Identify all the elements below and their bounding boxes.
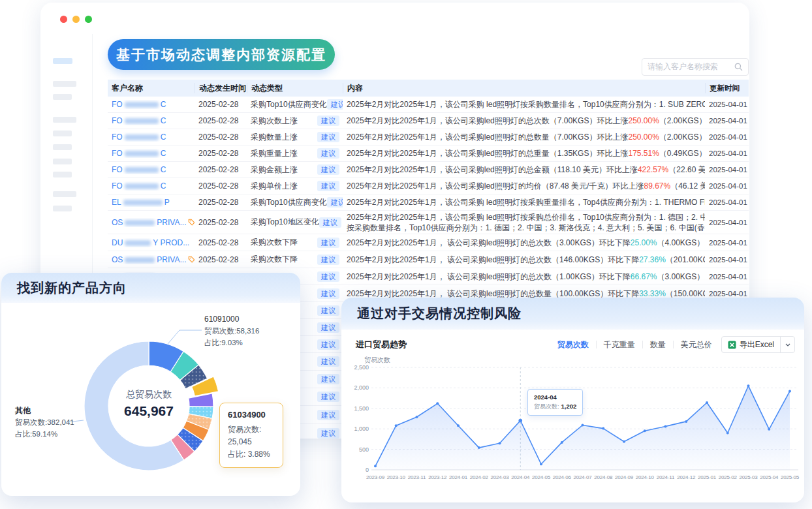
table-row[interactable]: ELP2025-02-28采购Top10供应商变化建议2025年2月对比2025… [108, 194, 749, 211]
sidebar-placeholder-item[interactable] [53, 144, 72, 150]
data-point[interactable] [561, 441, 563, 444]
suggest-badge: 建议 [327, 197, 343, 208]
search-input[interactable]: 请输入客户名称搜索 [642, 58, 749, 76]
data-point[interactable] [726, 431, 729, 434]
zoom-window-button[interactable] [85, 16, 92, 23]
sidebar-placeholder-item[interactable] [53, 81, 76, 87]
suggest-badge: 建议 [317, 148, 339, 159]
suggest-badge: 建议 [317, 322, 339, 333]
update-date: 2025-04-01 [705, 117, 749, 125]
data-point[interactable] [499, 442, 501, 444]
event-date: 2025-02-28 [195, 255, 247, 264]
event-date: 2025-02-28 [195, 238, 247, 247]
x-tick-label: 2024-04 [511, 474, 530, 480]
table-row[interactable]: FOC2025-02-28采购数量上涨建议2025年2月对比2025年1月，该公… [108, 129, 749, 146]
data-point[interactable] [747, 384, 750, 387]
data-point[interactable] [395, 424, 398, 427]
x-tick-label: 2024-01 [449, 474, 468, 480]
y-tick-label: 0 [366, 467, 369, 473]
blurred-name-mask [125, 220, 155, 226]
customer-name-link[interactable]: DUY PROD... [112, 238, 189, 247]
dynamic-content: 2025年2月对比2025年1月，该公司采购 led照明灯按采购数量排名，Top… [343, 99, 705, 110]
table-row[interactable]: FOC2025-02-28采购Top10供应商变化建议2025年2月对比2025… [108, 97, 749, 113]
donut-callout-other: 其他 贸易次数:382,041 占比:59.14% [15, 405, 74, 440]
dynamic-content: 2025年2月对比2025年1月，该公司采购led照明灯的总次数（7.00KGS… [343, 116, 705, 126]
chart-tooltip: 2024-04 贸易次数:1,202 [527, 389, 583, 416]
dynamic-type: 采购次数上涨 [251, 116, 298, 127]
data-point[interactable] [540, 463, 542, 465]
close-window-button[interactable] [60, 16, 67, 23]
data-point[interactable] [518, 419, 522, 423]
data-point[interactable] [644, 429, 646, 432]
data-point[interactable] [457, 424, 460, 427]
suggest-badge: 建议 [317, 116, 339, 126]
sidebar-placeholder-item[interactable] [53, 117, 76, 123]
data-point[interactable] [664, 425, 667, 427]
x-tick-label: 2025-01 [698, 474, 717, 480]
data-point[interactable] [602, 427, 604, 430]
table-row[interactable]: FOC2025-02-28采购重量上涨建议2025年2月对比2025年1月，该公… [108, 146, 749, 162]
column-header: 内容 [343, 83, 705, 93]
suggest-badge: 建议 [317, 132, 339, 142]
customer-name-link[interactable]: FOC [112, 116, 166, 125]
table-row[interactable]: FOC2025-02-28采购单价上涨建议2025年2月对比2025年1月，该公… [108, 178, 749, 194]
customer-name-link[interactable]: FOC [112, 100, 166, 109]
data-point[interactable] [436, 402, 439, 405]
data-point[interactable] [416, 416, 418, 418]
blurred-name-mask [125, 167, 159, 173]
dynamic-content: 2025年2月对比2025年1月，该公司采购led照明灯的总金额（118.10 … [343, 164, 705, 175]
customer-name-link[interactable]: FOC [112, 181, 166, 191]
data-point[interactable] [623, 440, 625, 443]
donut-center-label: 总贸易次数 645,967 [97, 389, 201, 419]
sidebar-placeholder-item[interactable] [53, 191, 76, 197]
update-date: 2025-04-01 [705, 290, 749, 298]
data-point[interactable] [706, 401, 708, 404]
table-row[interactable]: OSPRIVA...2025-02-28采购次数下降建议2025年2月对比202… [108, 251, 749, 268]
event-date: 2025-02-28 [195, 181, 247, 191]
column-header: 动态发生时间 [195, 83, 247, 93]
data-point[interactable] [582, 424, 584, 427]
risk-control-card: 通过对手交易情况控制风险 进口贸易趋势 贸易次数千克重量数量美元总价 导出Exc… [341, 298, 804, 502]
data-point[interactable] [374, 465, 377, 467]
table-row[interactable]: DUY PROD...2025-02-28采购次数下降建议2025年2月对比20… [108, 234, 749, 251]
y-tick-label: 2,500 [354, 364, 369, 371]
sidebar-placeholder-item[interactable] [53, 206, 72, 211]
dynamic-type: 采购Top10供应商变化 [251, 197, 327, 208]
customer-name-link[interactable]: OSPRIVA... [112, 255, 186, 264]
dynamic-type: 采购数量上涨 [251, 132, 298, 143]
x-tick-label: 2023-09 [366, 474, 385, 480]
sidebar-placeholder-item[interactable] [53, 94, 72, 100]
customer-name-link[interactable]: FOC [112, 165, 166, 174]
sidebar-placeholder-item[interactable] [53, 159, 72, 164]
table-row[interactable]: OSPRIVA...2025-02-28采购Top10地区变化建议2025年2月… [108, 211, 749, 234]
customer-name-link[interactable]: ELP [112, 198, 170, 207]
dynamic-type: 采购重量上涨 [251, 148, 298, 159]
sidebar-placeholder-item[interactable] [53, 131, 72, 136]
minimize-window-button[interactable] [72, 16, 80, 23]
dynamic-type: 采购单价上涨 [251, 181, 298, 192]
event-date: 2025-02-28 [195, 132, 247, 142]
sidebar-placeholder-item[interactable] [53, 172, 72, 177]
customer-name-link[interactable]: OSPRIVA... [112, 218, 186, 227]
data-point[interactable] [768, 428, 770, 431]
dynamic-type: 采购金额上涨 [251, 164, 298, 176]
data-point[interactable] [685, 420, 687, 423]
data-point[interactable] [478, 446, 480, 449]
dynamic-type: 采购次数下降 [251, 254, 298, 265]
suggest-badge: 建议 [317, 339, 339, 350]
x-tick-label: 2025-04 [760, 474, 779, 480]
update-date: 2025-04-01 [705, 182, 749, 190]
dynamic-type: 采购Top10供应商变化 [251, 99, 327, 110]
customer-name-link[interactable]: FOC [112, 132, 166, 142]
customer-name-link[interactable]: FOC [112, 149, 166, 158]
sidebar-placeholder-item[interactable] [53, 58, 72, 64]
dynamic-content: 2025年2月对比2025年1月， 该公司采购led照明灯的总次数（3.00KG… [343, 238, 705, 248]
table-row[interactable]: FOC2025-02-28采购金额上涨建议2025年2月对比2025年1月，该公… [108, 162, 749, 178]
data-point[interactable] [789, 390, 791, 392]
donut-callout-61091000: 61091000 贸易次数:58,316 占比:9.03% [204, 313, 259, 348]
x-tick-label: 2023-10 [387, 474, 406, 480]
table-row[interactable]: FOC2025-02-28采购次数上涨建议2025年2月对比2025年1月，该公… [108, 113, 749, 129]
card-header: 找到新的产品方向 [1, 273, 300, 303]
blurred-name-mask [125, 118, 159, 124]
blurred-name-mask [125, 240, 151, 246]
